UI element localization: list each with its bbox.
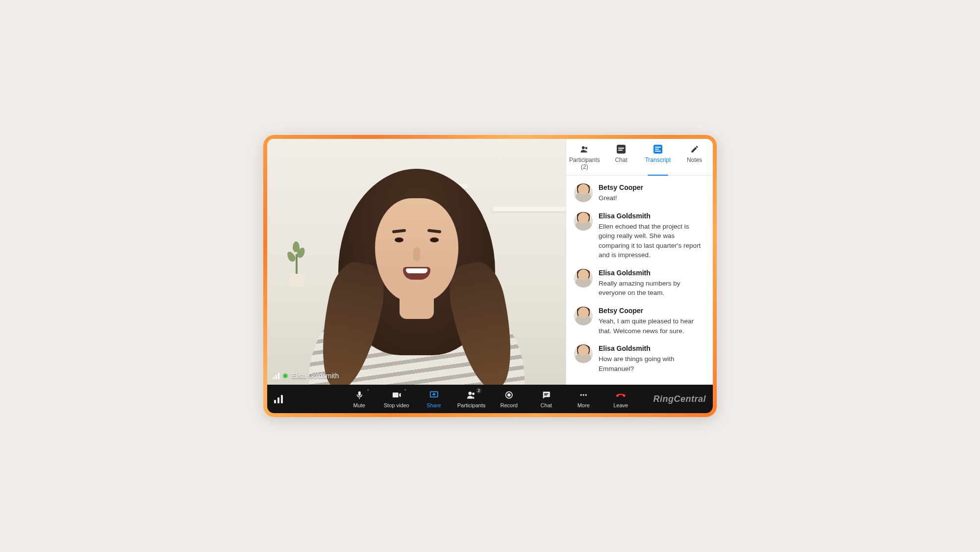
leave-label: Leave — [613, 402, 628, 408]
svg-point-4 — [472, 393, 475, 395]
stop-video-button[interactable]: ⌃ Stop video — [383, 390, 410, 408]
share-button[interactable]: Share — [420, 390, 448, 408]
chevron-up-icon[interactable]: ⌃ — [366, 389, 370, 394]
transcript-text: Ellen echoed that the project is going r… — [599, 222, 705, 260]
avatar — [574, 307, 593, 325]
mic-active-icon — [283, 374, 287, 378]
record-button[interactable]: Record — [495, 390, 523, 408]
participants-label: Participants — [457, 402, 485, 408]
transcript-entry: Elisa Goldsmith Really amazing numbers b… — [574, 269, 705, 298]
stop-video-label: Stop video — [384, 402, 409, 408]
control-bar-center: ⌃ Mute ⌃ Stop video — [346, 390, 634, 408]
mute-button[interactable]: ⌃ Mute — [346, 390, 373, 408]
transcript-text: Really amazing numbers by everyone on th… — [599, 279, 705, 298]
video-icon — [392, 390, 402, 400]
video-background — [267, 139, 566, 385]
video-pane: Elisa Goldsmith — [267, 139, 566, 385]
share-screen-icon — [429, 390, 439, 400]
participants-icon — [568, 145, 601, 154]
signal-icon — [273, 372, 279, 379]
signal-icon — [274, 394, 283, 403]
transcript-text: How are things going with Emmanuel? — [599, 354, 705, 373]
tab-chat[interactable]: Chat — [603, 139, 640, 175]
avatar — [574, 184, 593, 202]
tab-participants-label: Participants (2) — [569, 157, 600, 170]
transcript-entry: Elisa Goldsmith Ellen echoed that the pr… — [574, 212, 705, 260]
chat-icon — [605, 145, 638, 154]
svg-rect-8 — [544, 394, 547, 395]
record-icon — [504, 390, 514, 400]
main-area: Elisa Goldsmith Participants (2) — [267, 139, 713, 385]
tab-participants[interactable]: Participants (2) — [566, 139, 603, 175]
svg-point-3 — [469, 392, 472, 395]
svg-point-9 — [580, 394, 582, 395]
svg-point-0 — [582, 146, 585, 149]
svg-point-1 — [585, 147, 588, 150]
tab-transcript-label: Transcript — [645, 157, 671, 163]
record-label: Record — [501, 402, 518, 408]
avatar — [574, 344, 593, 363]
transcript-entry: Elisa Goldsmith How are things going wit… — [574, 344, 705, 373]
tab-chat-label: Chat — [615, 157, 627, 163]
video-overlay: Elisa Goldsmith — [273, 372, 339, 380]
chat-icon — [541, 390, 551, 400]
tab-notes-label: Notes — [687, 157, 702, 163]
chevron-up-icon[interactable]: ⌃ — [403, 389, 407, 394]
transcript-text: Great! — [599, 193, 705, 203]
brand-logo: RingCentral — [653, 394, 706, 404]
chat-button[interactable]: Chat — [532, 390, 560, 408]
microphone-icon — [354, 390, 364, 400]
svg-point-6 — [508, 394, 510, 396]
chat-label: Chat — [541, 402, 552, 408]
tab-transcript[interactable]: Transcript — [640, 139, 677, 175]
speaker-name-label: Elisa Goldsmith — [291, 372, 339, 380]
hang-up-icon — [616, 390, 626, 400]
transcript-icon — [642, 145, 675, 154]
more-icon — [578, 390, 588, 400]
tab-notes[interactable]: Notes — [676, 139, 713, 175]
participants-count-badge: 2 — [476, 388, 481, 394]
app-window: Elisa Goldsmith Participants (2) — [267, 139, 713, 413]
notes-icon — [678, 145, 711, 154]
avatar — [574, 269, 593, 288]
device-frame: Elisa Goldsmith Participants (2) — [263, 135, 717, 417]
svg-rect-7 — [544, 394, 548, 394]
transcript-entry: Betsy Cooper Yeah, I am quite pleased to… — [574, 307, 705, 336]
more-label: More — [578, 402, 590, 408]
avatar — [574, 212, 593, 231]
mute-label: Mute — [353, 402, 365, 408]
transcript-speaker: Elisa Goldsmith — [599, 344, 705, 352]
control-bar: ⌃ Mute ⌃ Stop video — [267, 385, 713, 413]
speaker-illustration — [289, 154, 544, 385]
transcript-speaker: Betsy Cooper — [599, 307, 705, 315]
connection-indicator[interactable] — [274, 394, 283, 403]
svg-point-11 — [585, 394, 587, 395]
transcript-text: Yeah, I am quite pleased to hear that. W… — [599, 316, 705, 336]
transcript-speaker: Elisa Goldsmith — [599, 269, 705, 277]
svg-point-10 — [583, 394, 584, 395]
side-panel: Participants (2) Chat Transcript — [566, 139, 713, 385]
transcript-speaker: Betsy Cooper — [599, 184, 705, 191]
more-button[interactable]: More — [570, 390, 597, 408]
transcript-speaker: Elisa Goldsmith — [599, 212, 705, 220]
participants-icon — [466, 390, 476, 400]
share-label: Share — [427, 402, 441, 408]
side-panel-tabs: Participants (2) Chat Transcript — [566, 139, 713, 176]
leave-button[interactable]: Leave — [607, 390, 634, 408]
transcript-entry: Betsy Cooper Great! — [574, 184, 705, 203]
transcript-list[interactable]: Betsy Cooper Great! Elisa Goldsmith Elle… — [566, 176, 713, 385]
participants-button[interactable]: 2 Participants — [457, 390, 485, 408]
